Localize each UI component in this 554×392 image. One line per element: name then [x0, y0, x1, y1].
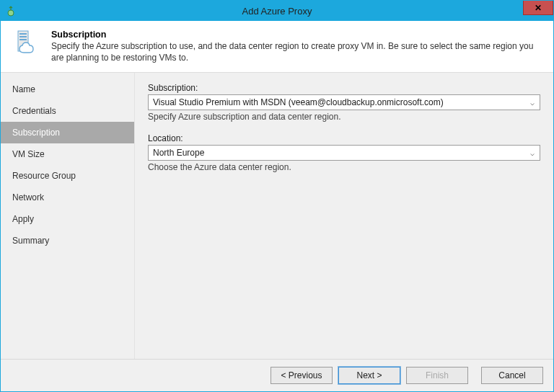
app-icon [5, 5, 17, 17]
server-cloud-icon [11, 28, 43, 60]
sidebar-item-apply[interactable]: Apply [1, 208, 134, 230]
location-hint: Choose the Azure data center region. [148, 162, 540, 172]
close-button[interactable]: ✕ [523, 1, 553, 15]
wizard-steps-sidebar: Name Credentials Subscription VM Size Re… [1, 73, 135, 359]
location-combobox[interactable]: North Europe ⌵ [148, 145, 540, 161]
chevron-down-icon: ⌵ [527, 99, 538, 107]
subscription-label: Subscription: [148, 83, 540, 93]
sidebar-item-summary[interactable]: Summary [1, 230, 134, 251]
subscription-combobox[interactable]: Visual Studio Premium with MSDN (veeam@c… [148, 94, 540, 110]
wizard-footer: < Previous Next > Finish Cancel [1, 359, 553, 391]
location-field-group: Location: North Europe ⌵ Choose the Azur… [148, 133, 540, 172]
sidebar-item-credentials[interactable]: Credentials [1, 100, 134, 122]
cancel-button[interactable]: Cancel [481, 367, 543, 384]
svg-rect-3 [19, 36, 27, 37]
location-label: Location: [148, 133, 540, 143]
page-description: Specify the Azure subscription to use, a… [51, 40, 543, 63]
wizard-header: Subscription Specify the Azure subscript… [1, 21, 553, 73]
location-value: North Europe [153, 148, 204, 158]
sidebar-item-subscription[interactable]: Subscription [1, 122, 134, 143]
wizard-main-panel: Subscription: Visual Studio Premium with… [135, 73, 553, 359]
wizard-window: Add Azure Proxy ✕ Subscription Specify t… [0, 0, 554, 392]
previous-button[interactable]: < Previous [271, 367, 333, 384]
svg-rect-2 [19, 33, 27, 35]
sidebar-item-vm-size[interactable]: VM Size [1, 143, 134, 165]
next-button[interactable]: Next > [338, 367, 400, 384]
finish-button: Finish [406, 367, 468, 384]
svg-rect-4 [19, 39, 27, 40]
page-title: Subscription [51, 30, 543, 40]
window-title: Add Azure Proxy [1, 6, 553, 17]
close-icon: ✕ [535, 4, 542, 12]
subscription-hint: Specify Azure subscription and data cent… [148, 112, 540, 122]
subscription-field-group: Subscription: Visual Studio Premium with… [148, 83, 540, 122]
svg-point-0 [8, 10, 14, 16]
titlebar: Add Azure Proxy ✕ [1, 1, 553, 21]
wizard-body: Name Credentials Subscription VM Size Re… [1, 73, 553, 359]
sidebar-item-name[interactable]: Name [1, 79, 134, 100]
chevron-down-icon: ⌵ [527, 149, 538, 157]
sidebar-item-resource-group[interactable]: Resource Group [1, 165, 134, 187]
sidebar-item-network[interactable]: Network [1, 187, 134, 208]
header-text: Subscription Specify the Azure subscript… [51, 28, 543, 63]
subscription-value: Visual Studio Premium with MSDN (veeam@c… [153, 97, 444, 107]
